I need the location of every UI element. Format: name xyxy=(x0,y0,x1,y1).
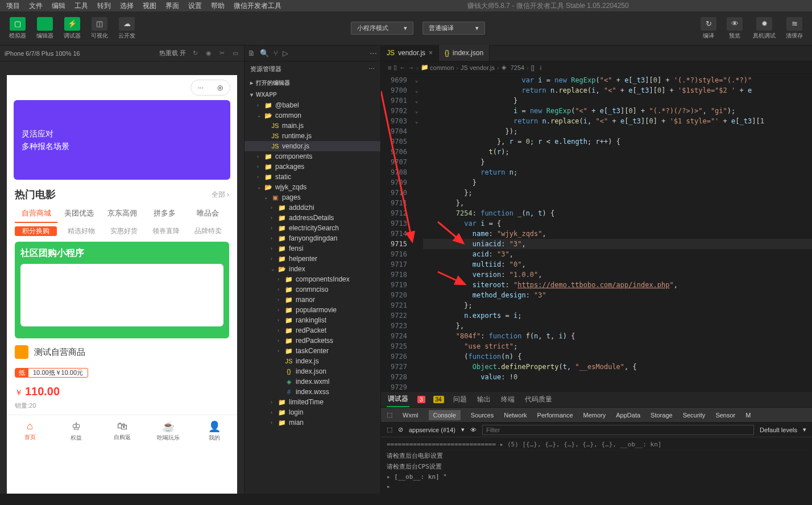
tb-调试器[interactable]: ⚡调试器 xyxy=(60,15,84,42)
dbgsub-Performance[interactable]: Performance xyxy=(537,412,573,419)
tree-limitedTime[interactable]: › 📁 limitedTime xyxy=(245,397,380,407)
tree-static[interactable]: › 📁 static xyxy=(245,172,380,182)
menu-选择[interactable]: 选择 xyxy=(116,0,138,12)
tree-mian[interactable]: › 📁 mian xyxy=(245,417,380,428)
expand-icon[interactable]: ▭ xyxy=(231,48,239,58)
record-icon[interactable]: ◉ xyxy=(205,48,213,58)
mode-dropdown[interactable]: 小程序模式▾ xyxy=(351,22,413,35)
tree-conmnciso[interactable]: › 📁 conmnciso xyxy=(245,284,380,295)
tab-0[interactable]: 自营商城 xyxy=(15,208,57,223)
tree-index.js[interactable]: JS index.js xyxy=(245,356,380,366)
tree-redPacketss[interactable]: › 📁 redPacketss xyxy=(245,336,380,346)
nav-吃喝玩乐[interactable]: ☕吃喝玩乐 xyxy=(145,415,191,446)
tree-index[interactable]: ⌄ 📂 index xyxy=(245,264,380,274)
dbgsub-Sensor[interactable]: Sensor xyxy=(715,412,735,419)
tree-vendor.js[interactable]: JS vendor.js xyxy=(245,141,380,151)
menu-界面[interactable]: 界面 xyxy=(161,0,183,12)
device-selector[interactable]: iPhone 6/7/8 Plus 100% 16 xyxy=(5,50,80,57)
subtab-2[interactable]: 实惠好货 xyxy=(102,226,144,236)
dbg-终端[interactable]: 终端 xyxy=(500,392,516,407)
scope-dropdown[interactable]: appservice (#14) xyxy=(409,427,455,433)
nav-权益[interactable]: ♔权益 xyxy=(53,415,99,446)
dbg-代码质量[interactable]: 代码质量 xyxy=(524,392,553,407)
compile-dropdown[interactable]: 普通编译▾ xyxy=(422,22,485,35)
tree-login[interactable]: › 📁 login xyxy=(245,407,380,417)
levels-dropdown[interactable]: Default levels xyxy=(760,427,797,433)
tab-3[interactable]: 拼多多 xyxy=(143,208,186,223)
console-line[interactable]: 请检查后台CPS设置 xyxy=(387,461,806,472)
branch-icon[interactable]: ⑂ xyxy=(274,49,278,57)
tree-packages[interactable]: › 📁 packages xyxy=(245,162,380,172)
refresh-icon[interactable]: ↻ xyxy=(192,48,199,58)
dbg-问题[interactable]: 问题 xyxy=(452,392,468,407)
tb-编译[interactable]: ↻编译 xyxy=(697,15,720,42)
dbg-输出[interactable]: 输出 xyxy=(476,392,492,407)
tb-清缓存[interactable]: ≋清缓存 xyxy=(782,15,806,42)
dbgsub-M[interactable]: M xyxy=(745,412,751,419)
tree-pages[interactable]: ⌄ ▣ pages xyxy=(245,192,380,202)
dbgsub-Security[interactable]: Security xyxy=(683,412,706,419)
project-section[interactable]: WXAPP xyxy=(245,89,380,100)
dbgsub-Sources[interactable]: Sources xyxy=(471,412,494,419)
forward-icon[interactable]: → xyxy=(408,64,414,71)
menu-编辑[interactable]: 编辑 xyxy=(48,0,69,12)
tree-rankinglist[interactable]: › 📁 rankinglist xyxy=(245,315,380,325)
eye-icon[interactable]: 👁 xyxy=(470,427,477,433)
nav-我的[interactable]: 👤我的 xyxy=(191,415,237,446)
console-line[interactable]: 请检查后台电影设置 xyxy=(387,450,806,461)
menu-转到[interactable]: 转到 xyxy=(93,0,115,12)
tb-编辑器[interactable]: 编辑器 xyxy=(33,15,57,42)
tree-manor[interactable]: › 📁 manor xyxy=(245,295,380,305)
more-icon[interactable]: ⋯ xyxy=(370,49,377,57)
subtab-1[interactable]: 精选好物 xyxy=(60,226,102,236)
tab-1[interactable]: 美团优选 xyxy=(57,208,100,223)
tree-helpenter[interactable]: › 📁 helpenter xyxy=(245,254,380,264)
dbgsub-Storage[interactable]: Storage xyxy=(651,412,673,419)
hot-reload-toggle[interactable]: 热重载 开 xyxy=(159,49,186,57)
breadcrumb[interactable]: ≡ ▯ ← → ›📁common›JSvendor.js›◈7254›[]i xyxy=(381,61,812,74)
toggle-icon[interactable]: ⬚ xyxy=(387,411,392,419)
tab-2[interactable]: 京东高佣 xyxy=(101,208,143,223)
tree-fensi[interactable]: › 📁 fensi xyxy=(245,243,380,254)
nav-icon[interactable]: ≡ xyxy=(388,64,391,71)
search-icon[interactable]: 🔍 xyxy=(260,49,269,57)
menu-文件[interactable]: 文件 xyxy=(25,0,47,12)
menu-项目[interactable]: 项目 xyxy=(2,0,24,12)
console-line[interactable] xyxy=(387,482,806,491)
product-row[interactable]: 测试自营商品 xyxy=(7,338,237,366)
tree-runtime.js[interactable]: JS runtime.js xyxy=(245,131,380,141)
banner[interactable]: 灵活应对多种报名场景 xyxy=(14,100,230,180)
console-line[interactable]: ============================= ▸ (5) [{…}… xyxy=(387,440,806,450)
opened-editors-section[interactable]: 打开的编辑器 xyxy=(245,77,380,89)
tree-index.json[interactable]: {} index.json xyxy=(245,366,380,376)
close-icon[interactable]: × xyxy=(429,49,433,57)
bookmark-icon[interactable]: ▯ xyxy=(393,64,397,71)
code-area[interactable]: 9699970097019702970397049705970697079708… xyxy=(381,74,812,391)
tree-main.js[interactable]: JS main.js xyxy=(245,121,380,131)
tb-预览[interactable]: 👁预览 xyxy=(723,15,746,42)
tree-index.wxml[interactable]: ◈ index.wxml xyxy=(245,376,380,387)
nav-首页[interactable]: ⌂首页 xyxy=(7,415,53,446)
tree-index.wxss[interactable]: # index.wxss xyxy=(245,387,380,397)
phone-screen[interactable]: ···◎ 灵活应对多种报名场景 热门电影 全部 › 自营商城美团优选京东高佣拼多… xyxy=(7,75,237,494)
tree-components[interactable]: › 📁 components xyxy=(245,151,380,162)
back-icon[interactable]: ← xyxy=(399,64,405,71)
tree-popularmovie[interactable]: › 📁 popularmovie xyxy=(245,305,380,315)
nav-自购返[interactable]: 🛍自购返 xyxy=(99,415,145,446)
filter-input[interactable] xyxy=(482,425,754,435)
capsule-button[interactable]: ···◎ xyxy=(190,80,230,96)
dbgsub-Memory[interactable]: Memory xyxy=(583,412,606,419)
menu-帮助[interactable]: 帮助 xyxy=(207,0,229,12)
tree-adddizhi[interactable]: › 📁 adddizhi xyxy=(245,202,380,213)
console-line[interactable]: [__ob__: kn] " xyxy=(387,472,806,482)
subtab-0[interactable]: 积分换购 xyxy=(15,226,57,236)
tab-4[interactable]: 唯品会 xyxy=(187,208,229,223)
subtab-3[interactable]: 领券直降 xyxy=(145,226,187,236)
dbgsub-AppData[interactable]: AppData xyxy=(616,412,640,419)
tab-vendor.js[interactable]: JSvendor.js× xyxy=(381,45,439,61)
dbgsub-Network[interactable]: Network xyxy=(504,412,527,419)
dbgsub-Console[interactable]: Console xyxy=(429,410,461,420)
explorer-menu-icon[interactable]: ⋯ xyxy=(368,65,375,73)
tab-index.json[interactable]: {}index.json xyxy=(439,45,490,61)
tree-redPacket[interactable]: › 📁 redPacket xyxy=(245,325,380,336)
